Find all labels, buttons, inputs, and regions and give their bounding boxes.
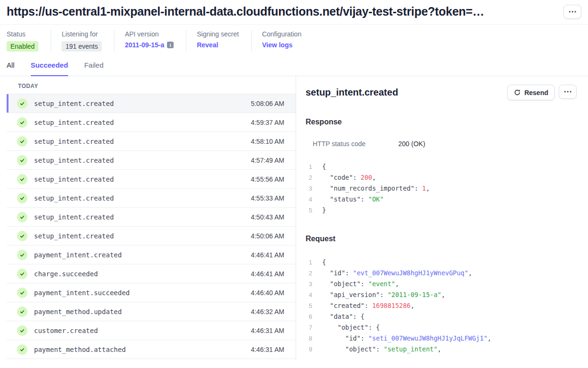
detail-more-button[interactable]: ⋯ [559,85,577,99]
summary-item-status: StatusEnabled [7,30,51,52]
main-content: TODAY setup_intent.created5:08:06 AMsetu… [0,76,588,360]
summary-item-label: Configuration [262,30,301,38]
code-line: 3 "num_records_imported": 1, [306,183,577,194]
code-line: 1{ [306,161,577,172]
event-time: 4:57:49 AM [251,157,284,164]
event-name: setup_intent.created [34,194,114,202]
event-row[interactable]: setup_intent.created4:57:49 AM [7,151,296,170]
success-check-icon [17,344,27,355]
line-number: 3 [306,279,312,289]
line-number: 9 [306,344,312,355]
event-name: payment_intent.succeeded [34,289,130,297]
page-header: https://us-central1-mixpanel-internal-da… [0,0,588,25]
summary-item-badge: 191 events [61,41,102,52]
code-line: 2 "id": "evt_007WewuJW8hgHJ1yWnevGPuq", [306,268,577,279]
event-row[interactable]: setup_intent.created4:50:06 AM [7,227,296,245]
event-time: 4:46:31 AM [251,327,284,334]
info-icon[interactable]: i [167,42,174,48]
event-row[interactable]: payment_method.updated4:46:32 AM [7,302,296,321]
summary-item-label: Listening for [61,30,102,38]
event-group-header: TODAY [7,76,296,94]
event-time: 4:46:31 AM [251,346,284,353]
event-time: 4:58:10 AM [251,138,284,145]
event-time: 4:50:06 AM [251,232,284,240]
event-row[interactable]: payment_intent.created4:46:41 AM [7,245,296,264]
event-name: charge.succeeded [34,270,98,278]
success-check-icon [17,174,27,184]
resend-button[interactable]: Resend [507,85,555,100]
event-row[interactable]: setup_intent.created4:59:37 AM [7,113,296,132]
success-check-icon [17,212,27,222]
request-code-block: 1{2 "id": "evt_007WewuJW8hgHJ1yWnevGPuq"… [306,257,577,355]
summary-item-link[interactable]: 2011-09-15-a [125,41,164,49]
code-line: 2 "code": 200, [306,172,577,183]
event-detail-panel: setup_intent.created Resend ⋯ Response H… [296,76,588,360]
summary-item-label: API version [125,30,174,38]
event-row[interactable]: setup_intent.created5:08:06 AM [7,94,296,113]
code-line: 8 "id": "seti_007WewuJW8hgHJ1yJqLFWGj1", [306,333,577,344]
code-line: 6 "data": { [306,311,577,322]
success-check-icon [17,269,27,279]
event-list: setup_intent.created5:08:06 AMsetup_inte… [7,94,296,359]
tab-all[interactable]: All [7,61,15,76]
event-row[interactable]: payment_method.attached4:46:31 AM [7,340,296,359]
event-name: payment_intent.created [34,251,122,259]
resend-refresh-icon [514,89,521,96]
summary-item-configuration: ConfigurationView logs [251,30,314,52]
event-name: setup_intent.created [34,157,114,164]
code-line: 4 "api_version": "2011-09-15-a", [306,289,577,300]
line-number: 6 [306,311,312,322]
summary-item-link[interactable]: View logs [262,41,292,49]
success-check-icon [17,288,27,298]
code-line: 7 "object": { [306,322,577,333]
success-check-icon [17,325,27,336]
success-check-icon [17,193,27,203]
summary-item-badge: Enabled [7,41,38,52]
http-status-row: HTTP status code 200 (OK) [306,140,577,148]
summary-item-listening-for: Listening for191 events [51,30,114,52]
event-time: 4:46:40 AM [251,289,284,297]
event-time: 4:55:33 AM [251,194,284,202]
event-name: payment_method.updated [34,308,122,315]
line-number: 2 [306,172,312,183]
tab-succeeded[interactable]: Succeeded [31,61,68,76]
summary-item-api-version: API version2011-09-15-ai [114,30,186,52]
summary-item-signing-secret: Signing secretReveal [186,30,251,52]
event-row[interactable]: customer.created4:46:31 AM [7,321,296,340]
event-row[interactable]: setup_intent.created4:50:43 AM [7,208,296,227]
line-number: 1 [306,161,312,172]
event-row[interactable]: setup_intent.created4:55:56 AM [7,170,296,189]
tab-failed[interactable]: Failed [84,61,104,76]
success-check-icon [17,231,27,241]
code-line: 4 "status": "OK" [306,194,577,205]
event-time: 5:08:06 AM [251,100,284,107]
event-filter-tabs: AllSucceededFailed [0,58,588,76]
success-check-icon [17,155,27,166]
summary-item-label: Status [7,30,38,38]
line-number: 4 [306,194,312,205]
code-line: 1{ [306,257,577,268]
event-row[interactable]: setup_intent.created4:55:33 AM [7,189,296,208]
event-row[interactable]: setup_intent.created4:58:10 AM [7,132,296,151]
http-status-value: 200 (OK) [398,140,425,148]
summary-item-link[interactable]: Reveal [197,41,218,49]
event-row[interactable]: charge.succeeded4:46:41 AM [7,264,296,283]
event-name: setup_intent.created [34,175,114,183]
request-section-heading: Request [306,235,577,243]
event-name: customer.created [34,327,98,334]
event-detail-title: setup_intent.created [306,87,398,98]
event-time: 4:55:56 AM [251,175,284,183]
summary-item-label: Signing secret [197,30,239,38]
event-name: setup_intent.created [34,119,114,126]
event-time: 4:46:32 AM [251,308,284,315]
code-line: 9 "object": "setup_intent", [306,344,577,355]
event-name: setup_intent.created [34,213,114,221]
line-number: 4 [306,289,312,300]
line-number: 3 [306,183,312,194]
event-row[interactable]: payment_intent.succeeded4:46:40 AM [7,283,296,302]
line-number: 7 [306,322,312,333]
event-time: 4:46:41 AM [251,251,284,259]
header-more-button[interactable]: ⋯ [563,5,581,19]
event-time: 4:50:43 AM [251,213,284,221]
endpoint-summary-bar: StatusEnabledListening for191 eventsAPI … [0,25,588,58]
